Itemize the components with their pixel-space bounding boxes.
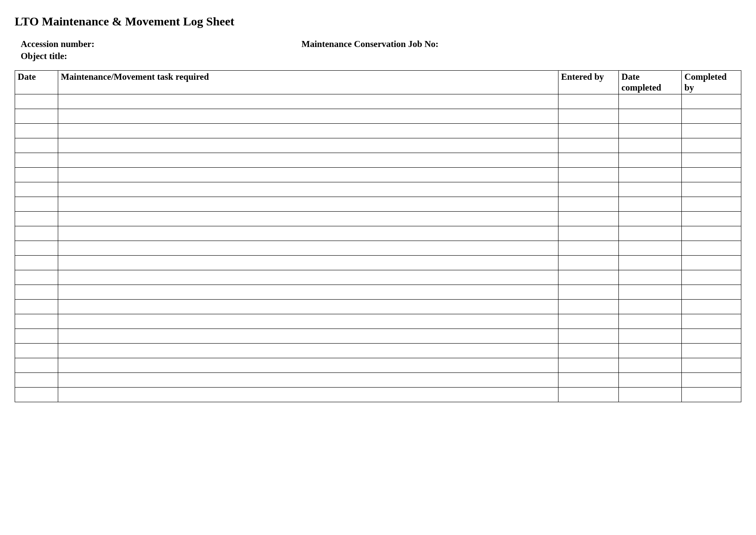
table-row [15,285,741,300]
cell-date-completed [619,270,682,285]
table-row [15,212,741,226]
cell-completed-by [682,197,741,212]
cell-task [58,344,558,358]
cell-completed-by [682,270,741,285]
cell-task [58,256,558,270]
table-row [15,94,741,109]
cell-entered-by [558,358,619,373]
cell-date [15,373,58,388]
cell-task [58,124,558,138]
cell-entered-by [558,182,619,197]
cell-entered-by [558,329,619,344]
cell-date [15,329,58,344]
cell-date-completed [619,168,682,182]
cell-date-completed [619,153,682,168]
table-row [15,109,741,124]
cell-date-completed [619,300,682,314]
table-row [15,329,741,344]
cell-date [15,314,58,329]
cell-date [15,124,58,138]
cell-completed-by [682,124,741,138]
cell-date [15,138,58,153]
cell-completed-by [682,109,741,124]
col-date: Date [15,70,58,94]
cell-completed-by [682,373,741,388]
cell-date-completed [619,241,682,256]
cell-date [15,285,58,300]
cell-date [15,241,58,256]
cell-date [15,256,58,270]
table-row [15,197,741,212]
cell-date-completed [619,197,682,212]
object-label: Object title: [21,51,67,61]
cell-date-completed [619,109,682,124]
cell-completed-by [682,358,741,373]
cell-completed-by [682,256,741,270]
cell-date-completed [619,256,682,270]
cell-date-completed [619,285,682,300]
cell-task [58,329,558,344]
cell-task [58,285,558,300]
cell-task [58,138,558,153]
cell-completed-by [682,241,741,256]
cell-date-completed [619,182,682,197]
col-entered-by: Entered by [558,70,619,94]
cell-completed-by [682,344,741,358]
cell-entered-by [558,285,619,300]
table-row [15,373,741,388]
table-row [15,344,741,358]
cell-date [15,182,58,197]
meta-right: Maintenance Conservation Job No: [301,38,439,63]
cell-date-completed [619,212,682,226]
cell-entered-by [558,124,619,138]
table-row [15,168,741,182]
cell-completed-by [682,285,741,300]
cell-date-completed [619,329,682,344]
cell-date-completed [619,94,682,109]
cell-task [58,226,558,241]
cell-task [58,197,558,212]
cell-entered-by [558,153,619,168]
cell-date-completed [619,226,682,241]
table-row [15,270,741,285]
table-row [15,226,741,241]
cell-task [58,314,558,329]
table-row [15,182,741,197]
meta-left: Accession number: Object title: [21,38,94,63]
cell-date-completed [619,358,682,373]
table-row [15,241,741,256]
cell-completed-by [682,226,741,241]
table-row [15,256,741,270]
cell-task [58,168,558,182]
cell-entered-by [558,94,619,109]
cell-date [15,168,58,182]
page-title: LTO Maintenance & Movement Log Sheet [15,15,741,28]
cell-completed-by [682,153,741,168]
meta-block: Accession number: Object title: Maintena… [21,38,741,63]
cell-completed-by [682,168,741,182]
cell-date [15,388,58,402]
cell-task [58,153,558,168]
cell-entered-by [558,197,619,212]
cell-date [15,300,58,314]
cell-completed-by [682,329,741,344]
table-row [15,124,741,138]
cell-completed-by [682,94,741,109]
cell-entered-by [558,212,619,226]
table-row [15,300,741,314]
cell-date-completed [619,373,682,388]
cell-date-completed [619,314,682,329]
cell-completed-by [682,388,741,402]
cell-entered-by [558,388,619,402]
cell-completed-by [682,314,741,329]
cell-entered-by [558,373,619,388]
accession-label: Accession number: [21,39,94,49]
cell-task [58,182,558,197]
cell-task [58,300,558,314]
log-table: Date Maintenance/Movement task required … [15,70,741,402]
cell-completed-by [682,182,741,197]
cell-task [58,358,558,373]
cell-date [15,94,58,109]
table-row [15,388,741,402]
cell-entered-by [558,226,619,241]
